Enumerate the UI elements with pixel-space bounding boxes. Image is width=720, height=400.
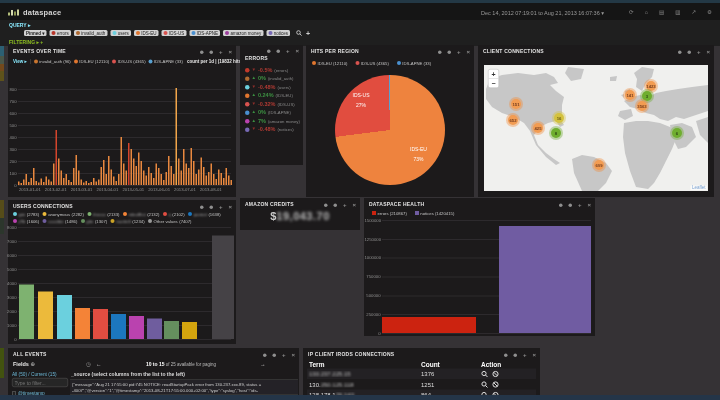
panel-close-icon[interactable]: ×	[291, 352, 295, 358]
map-marker-cluster[interactable]: 8	[549, 126, 563, 140]
panel-close-icon[interactable]: ×	[228, 204, 232, 210]
panel-info-icon[interactable]	[504, 353, 508, 357]
field-filter-input[interactable]	[12, 378, 68, 387]
fields-toggle[interactable]: Fields ⊕	[13, 361, 35, 367]
panel-add-icon[interactable]: +	[286, 48, 290, 54]
panel-info-icon[interactable]	[678, 50, 682, 54]
ban-icon[interactable]	[492, 371, 499, 378]
panel-config-icon[interactable]	[513, 353, 517, 357]
panel-info-icon[interactable]	[324, 203, 328, 207]
map-marker-cluster[interactable]: 609	[592, 158, 606, 172]
map-marker-cluster[interactable]: 652	[506, 113, 520, 127]
query-pill[interactable]: errors	[50, 30, 71, 36]
magnify-icon[interactable]	[481, 381, 488, 388]
panel-config-icon[interactable]	[209, 205, 213, 209]
row-tab-4[interactable]	[0, 71, 4, 81]
query-toggle[interactable]: QUERY ▸	[9, 23, 30, 28]
query-pill[interactable]: invalid_auth	[74, 30, 108, 36]
row-tab-5[interactable]	[0, 200, 4, 218]
query-pill[interactable]: IDS-APNE	[189, 30, 220, 36]
filtering-add-icon[interactable]: +	[40, 39, 43, 45]
panel-close-icon[interactable]: ×	[228, 49, 232, 55]
panel-close-icon[interactable]: ×	[295, 48, 299, 54]
map-marker-cluster[interactable]: 16	[552, 111, 566, 125]
panel-close-icon[interactable]: ×	[352, 202, 356, 208]
query-pill[interactable]: IDS-US	[162, 30, 187, 36]
row-tab-2[interactable]	[0, 56, 4, 64]
event-bar	[123, 163, 125, 185]
search-icon[interactable]	[296, 30, 302, 36]
panel-add-icon[interactable]: +	[578, 202, 582, 208]
map-marker-cluster[interactable]: 151	[509, 97, 523, 111]
panel-info-icon[interactable]	[559, 203, 563, 207]
pill-label: IDS-EU	[141, 31, 156, 36]
map-marker-cluster[interactable]: 141	[623, 88, 637, 102]
panel-add-icon[interactable]: +	[219, 204, 223, 210]
row-tab-6[interactable]	[0, 218, 4, 234]
panel-config-icon[interactable]	[272, 353, 276, 357]
panel-config-icon[interactable]	[276, 49, 280, 53]
map-zoom-in-button[interactable]: +	[489, 70, 499, 79]
ban-icon[interactable]	[492, 381, 499, 388]
save-icon[interactable]: ▤	[659, 10, 664, 16]
panel-info-icon[interactable]	[200, 50, 204, 54]
row-tab-1[interactable]	[0, 46, 4, 56]
map-attribution[interactable]: Leaflet	[690, 186, 707, 191]
col-term[interactable]: Term	[307, 361, 421, 368]
refresh-icon[interactable]: ⟳	[629, 10, 634, 16]
panel-title: AMAZON CREDITS	[245, 202, 294, 207]
panel-config-icon[interactable]	[447, 50, 451, 54]
panel-config-icon[interactable]	[687, 50, 691, 54]
source-column-header: _source (select columns from the list to…	[71, 372, 185, 377]
paging-prev-icon[interactable]: ←	[96, 361, 102, 367]
add-query-icon[interactable]: +	[306, 30, 310, 37]
panel-add-icon[interactable]: +	[523, 352, 527, 358]
panel-close-icon[interactable]: ×	[587, 202, 591, 208]
magnify-icon[interactable]	[481, 371, 488, 378]
panel-close-icon[interactable]: ×	[466, 49, 470, 55]
map-marker-cluster[interactable]: 3563	[635, 99, 649, 113]
view-toggle[interactable]: View ▸	[13, 59, 27, 64]
row-tab-3[interactable]	[0, 64, 4, 71]
map-marker-cluster[interactable]: 6	[670, 126, 684, 140]
fields-links[interactable]: All (50) / Current (15)	[12, 372, 57, 377]
query-pill[interactable]: notices	[266, 30, 290, 36]
panel-add-icon[interactable]: +	[457, 49, 461, 55]
load-icon[interactable]: ▥	[675, 10, 680, 16]
table-row[interactable]: 130.250.125.1181251	[307, 379, 536, 390]
home-icon[interactable]: ⌂	[645, 10, 648, 16]
paging-next-icon[interactable]: →	[260, 361, 266, 367]
filtering-toggle[interactable]: FILTERING ▸ +	[9, 40, 43, 45]
panel-add-icon[interactable]: +	[343, 202, 347, 208]
panel-close-icon[interactable]: ×	[532, 352, 536, 358]
timepicker[interactable]: Dec 14, 2012 07:19:01 to Aug 21, 2013 16…	[481, 11, 604, 17]
panel-info-icon[interactable]	[263, 353, 267, 357]
world-map[interactable]: + − 1516524251686091411423335636 Leaflet	[484, 65, 708, 191]
share-icon[interactable]: ↗	[691, 10, 696, 16]
panel-config-icon[interactable]	[568, 203, 572, 207]
query-pill[interactable]: users	[110, 30, 131, 36]
panel-add-icon[interactable]: +	[282, 352, 286, 358]
panel-close-icon[interactable]: ×	[706, 49, 710, 55]
table-row[interactable]: 130.237.225.151376	[307, 369, 536, 380]
panel-add-icon[interactable]: +	[697, 49, 701, 55]
map-marker-cluster[interactable]: 425	[531, 121, 545, 135]
col-action[interactable]: Action	[481, 361, 501, 368]
log-row[interactable]: {"message":"Aug 21 17:55:00 pid:745 NOTI…	[70, 379, 298, 395]
paging-refresh-icon[interactable]: ◷	[86, 361, 91, 367]
map-zoom-out-button[interactable]: −	[489, 79, 499, 88]
query-pill[interactable]: IDS-EU	[134, 30, 159, 36]
pinned-pill[interactable]: Pinned ▾	[24, 30, 47, 36]
panel-config-icon[interactable]	[333, 203, 337, 207]
settings-icon[interactable]: ⚙	[707, 10, 712, 16]
brand[interactable]: dataspace	[8, 8, 61, 16]
panel-info-icon[interactable]	[200, 205, 204, 209]
event-bar	[166, 172, 168, 185]
panel-add-icon[interactable]: +	[219, 49, 223, 55]
query-pill[interactable]: amazon money	[223, 30, 263, 36]
panel-config-icon[interactable]	[209, 50, 213, 54]
row-tab-7[interactable]	[0, 348, 4, 378]
panel-info-icon[interactable]	[438, 50, 442, 54]
col-count[interactable]: Count	[421, 361, 481, 368]
panel-info-icon[interactable]	[267, 49, 271, 53]
